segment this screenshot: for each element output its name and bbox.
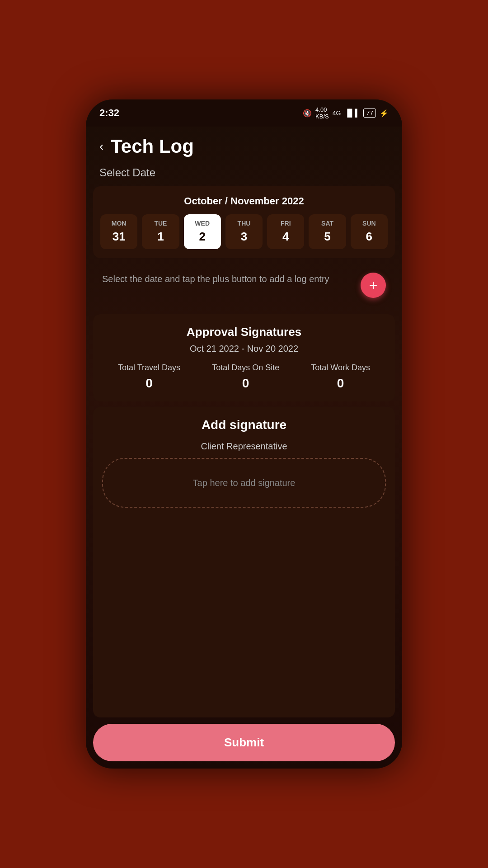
select-date-label: Select Date xyxy=(86,162,402,186)
submit-button[interactable]: Submit xyxy=(93,724,395,761)
day-cell-sat[interactable]: SAT 5 xyxy=(309,214,346,249)
stat-item-1: Total Days On Site 0 xyxy=(212,363,279,391)
day-name: TUE xyxy=(154,220,167,227)
day-number: 6 xyxy=(366,230,372,244)
status-bar: 2:32 🔇 4.00KB/S 4G ▐▌▌ 77 ⚡ xyxy=(86,99,402,127)
day-cell-thu[interactable]: THU 3 xyxy=(225,214,263,249)
day-number: 1 xyxy=(157,230,164,244)
approval-signatures-card: Approval Signatures Oct 21 2022 - Nov 20… xyxy=(93,314,395,401)
signature-role: Client Representative xyxy=(102,441,386,452)
charging-icon: ⚡ xyxy=(380,109,389,118)
phone-shell: 2:32 🔇 4.00KB/S 4G ▐▌▌ 77 ⚡ ‹ Tech Log S… xyxy=(86,99,402,769)
add-signature-card: Add signature Client Representative Tap … xyxy=(93,407,395,717)
day-cell-wed[interactable]: WED 2 xyxy=(184,214,221,249)
day-cell-mon[interactable]: MON 31 xyxy=(100,214,137,249)
app-content: ‹ Tech Log Select Date October / Novembe… xyxy=(86,127,402,769)
battery-icon: 77 xyxy=(363,108,376,118)
stat-label: Total Work Days xyxy=(311,363,370,373)
info-bar: Select the date and tap the plus button … xyxy=(93,264,395,307)
day-cell-sun[interactable]: SUN 6 xyxy=(351,214,388,249)
signature-placeholder: Tap here to add signature xyxy=(193,478,296,488)
status-icons: 🔇 4.00KB/S 4G ▐▌▌ 77 ⚡ xyxy=(303,106,389,120)
day-number: 31 xyxy=(113,230,126,244)
stat-value: 0 xyxy=(145,376,153,391)
signature-box[interactable]: Tap here to add signature xyxy=(102,458,386,508)
back-button[interactable]: ‹ xyxy=(99,139,103,154)
day-name: SUN xyxy=(362,220,376,227)
stat-label: Total Travel Days xyxy=(118,363,180,373)
day-name: FRI xyxy=(281,220,291,227)
day-number: 3 xyxy=(241,230,247,244)
day-number: 4 xyxy=(282,230,289,244)
calendar-days: MON 31 TUE 1 WED 2 THU 3 FRI 4 SAT 5 SUN… xyxy=(100,214,388,249)
stat-item-0: Total Travel Days 0 xyxy=(118,363,180,391)
stat-value: 0 xyxy=(242,376,249,391)
calendar-month: October / November 2022 xyxy=(100,195,388,207)
calendar-container: October / November 2022 MON 31 TUE 1 WED… xyxy=(93,186,395,258)
stat-value: 0 xyxy=(337,376,344,391)
day-name: SAT xyxy=(321,220,333,227)
day-name: MON xyxy=(112,220,127,227)
stat-item-2: Total Work Days 0 xyxy=(311,363,370,391)
add-signature-title: Add signature xyxy=(102,418,386,432)
day-number: 5 xyxy=(324,230,330,244)
app-header: ‹ Tech Log xyxy=(86,127,402,162)
network-type: 4G xyxy=(333,109,341,117)
day-name: WED xyxy=(195,220,210,227)
approval-signatures-title: Approval Signatures xyxy=(102,325,386,339)
signal-icon: ▐▌▌ xyxy=(344,109,360,117)
status-time: 2:32 xyxy=(99,107,119,119)
info-text: Select the date and tap the plus button … xyxy=(102,273,361,285)
add-entry-button[interactable]: + xyxy=(361,273,386,298)
approval-date-range: Oct 21 2022 - Nov 20 2022 xyxy=(102,344,386,354)
day-cell-tue[interactable]: TUE 1 xyxy=(142,214,179,249)
stats-row: Total Travel Days 0 Total Days On Site 0… xyxy=(102,363,386,391)
day-name: THU xyxy=(238,220,251,227)
day-cell-fri[interactable]: FRI 4 xyxy=(267,214,304,249)
data-speed: 4.00KB/S xyxy=(315,106,329,120)
stat-label: Total Days On Site xyxy=(212,363,279,373)
page-title: Tech Log xyxy=(111,136,194,157)
mute-icon: 🔇 xyxy=(303,109,312,118)
day-number: 2 xyxy=(199,230,205,244)
